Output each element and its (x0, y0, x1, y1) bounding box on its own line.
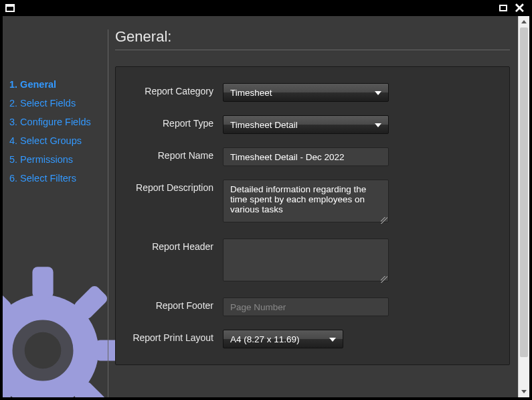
nav-item-select-groups[interactable]: 4. Select Groups (9, 131, 106, 150)
svg-rect-1 (32, 267, 53, 298)
scroll-up-button[interactable] (519, 16, 529, 27)
page-title: General: (115, 28, 510, 50)
dropdown-report-type[interactable]: Timesheet Detail (223, 115, 389, 134)
dropdown-report-category[interactable]: Timesheet (223, 83, 389, 102)
label-report-header: Report Header (122, 239, 223, 252)
chevron-up-icon (521, 20, 527, 23)
scroll-track[interactable] (519, 27, 529, 386)
gear-background-icon (3, 263, 130, 397)
dropdown-report-print-layout[interactable]: A4 (8.27 x 11.69) (223, 330, 343, 348)
svg-rect-5 (72, 284, 109, 321)
label-report-category: Report Category (122, 83, 223, 96)
svg-rect-7 (3, 284, 13, 321)
close-icon[interactable]: ✕ (514, 4, 525, 12)
wizard-nav: 1. General 2. Select Fields 3. Configure… (9, 75, 106, 188)
nav-item-permissions[interactable]: 5. Permissions (9, 150, 106, 169)
input-report-name[interactable] (223, 147, 389, 166)
nav-item-select-filters[interactable]: 6. Select Filters (9, 169, 106, 188)
nav-item-select-fields[interactable]: 2. Select Fields (9, 94, 106, 113)
titlebar: ✕ (0, 0, 532, 16)
svg-point-9 (19, 326, 68, 375)
svg-rect-8 (72, 380, 109, 397)
scroll-down-button[interactable] (519, 386, 529, 397)
form-panel: Report Category Timesheet Report Type Ti… (115, 66, 510, 365)
vertical-divider (108, 29, 108, 397)
textarea-report-header[interactable] (223, 239, 389, 281)
vertical-scrollbar[interactable] (518, 16, 529, 397)
nav-item-configure-fields[interactable]: 3. Configure Fields (9, 113, 106, 131)
svg-rect-6 (3, 380, 13, 397)
label-report-footer: Report Footer (122, 297, 223, 311)
nav-item-general[interactable]: 1. General (9, 75, 106, 94)
input-report-footer[interactable] (223, 297, 389, 316)
dropdown-value: Timesheet Detail (230, 120, 298, 130)
svg-point-10 (19, 326, 68, 375)
label-report-print-layout: Report Print Layout (122, 330, 223, 343)
dropdown-value: Timesheet (230, 88, 272, 98)
dropdown-value: A4 (8.27 x 11.69) (230, 334, 300, 344)
label-report-type: Report Type (122, 115, 223, 129)
label-report-name: Report Name (122, 147, 223, 161)
chevron-down-icon (521, 390, 527, 393)
maximize-icon[interactable] (499, 5, 507, 11)
main-content: General: Report Category Timesheet Repor… (115, 28, 510, 365)
window-body: 1. General 2. Select Fields 3. Configure… (3, 16, 529, 397)
app-icon (5, 4, 15, 12)
textarea-report-description[interactable] (223, 180, 389, 222)
label-report-description: Report Description (122, 180, 223, 193)
scroll-thumb[interactable] (520, 27, 528, 357)
svg-point-0 (3, 295, 98, 397)
